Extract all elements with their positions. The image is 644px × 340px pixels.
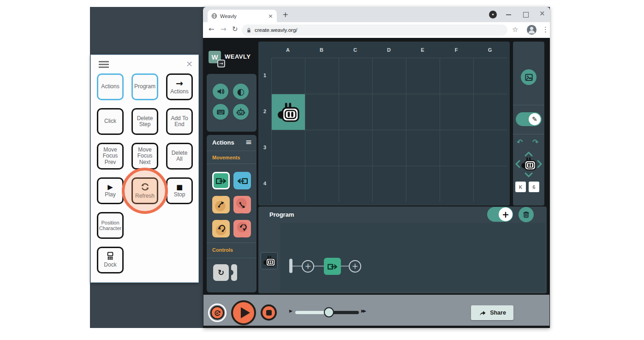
turn-character-right-button[interactable]: ↷ (532, 138, 538, 146)
back-button[interactable]: ← (209, 26, 215, 33)
grid-cell (305, 130, 339, 166)
overlay-button-delete-step[interactable]: Delete Step (131, 108, 158, 135)
grid-cell (474, 166, 507, 202)
overlay-button-goto-actions[interactable]: → Actions (166, 73, 193, 100)
grid-cell (272, 130, 305, 166)
play-button[interactable] (231, 300, 256, 325)
theme-contrast-button[interactable]: ◐ (233, 84, 249, 99)
add-node-toggle[interactable]: + (487, 207, 513, 222)
grid-cell (305, 58, 339, 94)
block-turn-right-90[interactable] (233, 220, 251, 237)
overlay-button-move-focus-next[interactable]: Move Focus Next (131, 143, 158, 170)
character-picker-button[interactable] (233, 104, 249, 120)
stop-button[interactable] (261, 304, 277, 321)
grid-cell (474, 130, 507, 166)
grid-cell (339, 94, 372, 130)
add-node-button[interactable]: + (349, 260, 361, 273)
actions-panel: Actions ≡ Movements (207, 135, 256, 292)
program-step-move-forward[interactable] (324, 258, 341, 275)
share-arrow-icon (478, 310, 486, 316)
url-bar[interactable]: create.weavly.org/ (242, 24, 507, 36)
browser-tab[interactable]: Weavly × (208, 10, 277, 22)
grid-column-header: C (339, 47, 372, 53)
speaker-icon (216, 87, 225, 96)
image-icon (525, 73, 533, 82)
overlay-button-play[interactable]: ▶ Play (97, 177, 124, 204)
browser-status-icon[interactable]: ▾ (489, 11, 497, 18)
scene-grid (271, 58, 507, 202)
block-turn-left-90[interactable] (212, 220, 230, 237)
stop-square-icon (266, 310, 272, 316)
bookmark-star-icon[interactable]: ☆ (512, 26, 518, 33)
robot-face-icon (236, 107, 245, 116)
grid-cell (373, 94, 406, 130)
block-turn-right-45[interactable] (233, 196, 251, 213)
character-column-input[interactable]: K (515, 182, 526, 192)
overlay-button-position-character[interactable]: Position Character (97, 212, 124, 239)
scene-tools-panel: ✎ ↶ ↷ K 6 (513, 42, 544, 206)
overlay-button-click[interactable]: Click (97, 108, 124, 135)
new-tab-button[interactable]: + (282, 10, 288, 19)
globe-favicon-icon (211, 13, 217, 19)
grid-row-header: 2 (261, 109, 268, 114)
menu-icon[interactable] (99, 61, 109, 68)
overlay-button-delete-all[interactable]: Delete All (166, 143, 193, 170)
background-picker-button[interactable] (521, 69, 537, 85)
grid-cell (305, 94, 339, 130)
fast-speed-icon[interactable]: ▶▶ (361, 309, 365, 313)
share-button[interactable]: Share (471, 305, 513, 320)
actions-menu-icon[interactable]: ≡ (245, 137, 252, 146)
slow-speed-icon[interactable]: ▶ (289, 309, 292, 313)
profile-avatar[interactable] (527, 25, 537, 35)
overlay-button-add-to-end[interactable]: Add To End (166, 108, 193, 135)
block-move-forward[interactable] (212, 172, 230, 189)
logo-arrow-badge: → (217, 60, 225, 67)
grid-cell (305, 166, 339, 202)
tab-close-icon[interactable]: × (268, 12, 273, 19)
audio-feedback-button[interactable] (213, 84, 228, 99)
reset-button[interactable] (208, 304, 227, 322)
contrast-icon: ◐ (237, 87, 245, 96)
add-node-button[interactable]: + (302, 260, 314, 273)
grid-cell (373, 166, 406, 202)
scene-panel: A B C D E F G 1 2 3 4 (258, 42, 510, 206)
forward-button[interactable]: → (221, 26, 227, 33)
block-move-backward[interactable] (233, 172, 251, 189)
overlay-button-move-focus-prev[interactable]: Move Focus Prev (97, 143, 124, 170)
actions-panel-title: Actions (212, 139, 234, 146)
browser-menu-icon[interactable]: ⋮ (542, 26, 549, 33)
move-character-down-button[interactable] (525, 172, 533, 177)
speed-slider-thumb[interactable] (324, 307, 334, 317)
close-icon[interactable]: × (186, 59, 193, 68)
maximize-button[interactable] (523, 12, 529, 18)
grid-cell (474, 58, 507, 94)
weavly-logo[interactable]: W → WEAVLY (209, 51, 259, 69)
pencil-icon: ✎ (532, 115, 537, 123)
delete-program-button[interactable] (519, 207, 534, 222)
overlay-button-refresh[interactable]: Refresh (131, 177, 158, 204)
overlay-button-grid: Actions Program → Actions Click Delete S… (97, 73, 193, 273)
robot-character (277, 103, 300, 122)
grid-cell (440, 94, 473, 130)
grid-column-header: B (305, 47, 338, 53)
grid-cell (339, 58, 372, 94)
character-row-input[interactable]: 6 (529, 182, 539, 192)
minimize-button[interactable] (506, 14, 511, 15)
move-character-right-button[interactable] (537, 160, 542, 168)
reload-button[interactable]: ↻ (232, 26, 238, 33)
grid-cell (440, 130, 473, 166)
block-turn-left-45[interactable] (212, 196, 230, 213)
turn-character-left-button[interactable]: ↶ (517, 138, 523, 146)
overlay-button-program[interactable]: Program (131, 73, 158, 100)
pen-toggle[interactable]: ✎ (516, 112, 542, 126)
move-character-up-button[interactable] (525, 152, 533, 157)
grid-column-header: F (440, 47, 473, 53)
playback-bar: ▶ ▶▶ Share (203, 295, 549, 326)
keyboard-shortcuts-button[interactable] (213, 104, 228, 120)
window-close-button[interactable]: × (539, 9, 545, 18)
overlay-button-actions[interactable]: Actions (97, 73, 124, 100)
overlay-button-stop[interactable]: ■ Stop (166, 177, 193, 204)
overlay-button-dock[interactable]: Dock (97, 247, 124, 273)
move-character-left-button[interactable] (515, 160, 520, 168)
block-loop[interactable]: ↻ (213, 264, 237, 281)
